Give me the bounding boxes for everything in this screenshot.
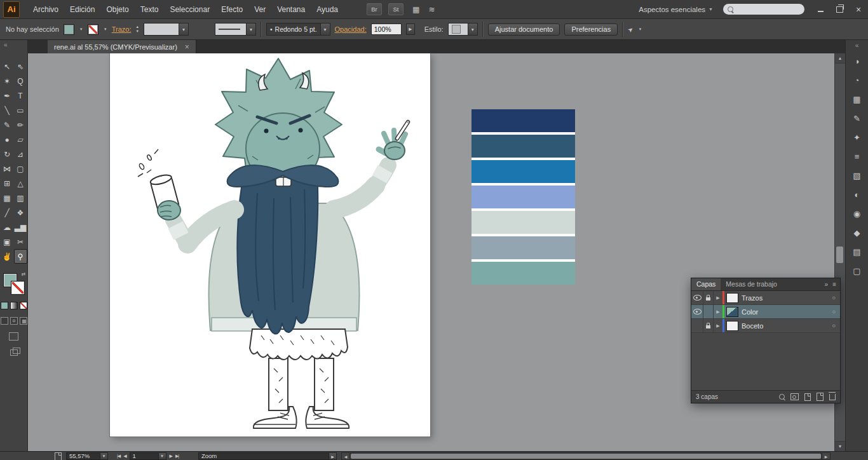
- visibility-toggle[interactable]: [691, 319, 703, 332]
- draw-normal-button[interactable]: [1, 317, 8, 325]
- document-status-icon[interactable]: [55, 452, 62, 460]
- pen-tool[interactable]: ✒: [1, 88, 14, 103]
- brush-definition-combo[interactable]: • Redondo 5 pt. ▼: [266, 23, 330, 36]
- stroke-width-caret-icon[interactable]: ▼: [179, 24, 188, 35]
- color-panel-icon[interactable]: ◑: [849, 53, 865, 69]
- style-combo[interactable]: ▼: [448, 23, 478, 36]
- stroke-width-combo[interactable]: ▼: [144, 23, 189, 36]
- preferences-button[interactable]: Preferencias: [564, 24, 618, 36]
- draw-behind-button[interactable]: [10, 317, 18, 325]
- new-layer-icon[interactable]: [817, 393, 824, 401]
- layer-row-trazos[interactable]: ▶Trazos○: [691, 291, 840, 305]
- fit-document-button[interactable]: Ajustar documento: [488, 24, 560, 36]
- tools-collapse-icon[interactable]: «: [0, 40, 8, 50]
- search-input[interactable]: [736, 5, 800, 13]
- workspace-switcher[interactable]: Aspectos esenciales ▼: [639, 6, 713, 13]
- zoom-level-value[interactable]: 55,57%: [66, 452, 100, 460]
- menu-archivo[interactable]: Archivo: [27, 1, 64, 18]
- width-profile-caret-icon[interactable]: ▼: [246, 24, 255, 35]
- menu-seleccionar[interactable]: Seleccionar: [164, 1, 215, 18]
- search-box[interactable]: [723, 4, 804, 15]
- free-transform-tool[interactable]: ▢: [14, 161, 27, 176]
- brush-caret-icon[interactable]: ▼: [320, 24, 330, 35]
- cs-live-icon[interactable]: ≋: [428, 5, 435, 14]
- lock-toggle[interactable]: [703, 305, 714, 318]
- blend-tool[interactable]: ❖: [14, 205, 27, 220]
- fill-mode-button[interactable]: [1, 302, 8, 309]
- artboards-panel-icon[interactable]: ▢: [849, 263, 865, 278]
- layer-target-icon[interactable]: ○: [827, 305, 840, 318]
- direct-selection-tool[interactable]: ⇖: [14, 59, 27, 74]
- width-profile-field[interactable]: [215, 24, 246, 35]
- layer-expand-icon[interactable]: ▶: [714, 305, 722, 318]
- canvas-area[interactable]: ▲ ▼ CapasMesas de trabajo » ≡ ▶Trazos○▶C…: [28, 53, 845, 451]
- opacity-input[interactable]: 100%: [371, 24, 402, 35]
- gradient-tool[interactable]: ▥: [14, 191, 27, 205]
- artboard-tool[interactable]: ▣: [1, 234, 14, 249]
- delete-layer-icon[interactable]: [829, 394, 836, 400]
- swap-fill-stroke-icon[interactable]: ⇄: [22, 271, 26, 277]
- layers-panel-icon[interactable]: ▤: [849, 244, 865, 259]
- blob-brush-tool[interactable]: ●: [1, 132, 14, 147]
- menu-ventana[interactable]: Ventana: [271, 1, 311, 18]
- paintbrush-tool[interactable]: ✎: [1, 118, 14, 132]
- brushes-panel-icon[interactable]: ✎: [849, 111, 865, 126]
- layer-expand-icon[interactable]: ▶: [714, 291, 722, 304]
- restore-button[interactable]: [830, 0, 849, 19]
- zoom-caret-icon[interactable]: ▼: [100, 452, 108, 460]
- pencil-tool[interactable]: ✏: [14, 118, 27, 132]
- pointer-icon[interactable]: ➤: [627, 25, 635, 34]
- opacity-popup-icon[interactable]: ▶: [406, 24, 415, 35]
- perspective-grid-tool[interactable]: △: [14, 176, 27, 191]
- opacity-label-link[interactable]: Opacidad:: [335, 25, 367, 33]
- style-field[interactable]: [449, 24, 468, 35]
- visibility-toggle[interactable]: [691, 305, 703, 318]
- magic-wand-tool[interactable]: ✶: [1, 74, 14, 88]
- close-button[interactable]: ×: [849, 0, 868, 19]
- new-sublayer-icon[interactable]: [804, 393, 811, 401]
- titlebar-button-br[interactable]: Br: [367, 3, 382, 15]
- dock-expand-icon[interactable]: «: [855, 40, 859, 51]
- zoom-level-combo[interactable]: 55,57% ▼: [66, 452, 108, 460]
- artboard-number-field[interactable]: 1: [130, 452, 159, 460]
- visibility-toggle[interactable]: [691, 291, 703, 304]
- symbols-panel-icon[interactable]: ✦: [849, 130, 865, 145]
- width-profile-combo[interactable]: ▼: [215, 23, 256, 36]
- tool-stroke-swatch[interactable]: [11, 281, 24, 294]
- next-artboard-icon[interactable]: ▶: [170, 454, 172, 459]
- locate-object-icon[interactable]: [779, 394, 785, 400]
- panel-tab-mesas-de-trabajo[interactable]: Mesas de trabajo: [721, 278, 782, 290]
- last-artboard-icon[interactable]: ▶|: [175, 454, 179, 459]
- artboard-caret-icon[interactable]: ▼: [159, 452, 166, 460]
- menu-efecto[interactable]: Efecto: [215, 1, 248, 18]
- panel-tab-capas[interactable]: Capas: [691, 278, 721, 290]
- status-popup-icon[interactable]: ▶: [329, 452, 337, 460]
- vertical-scroll-thumb[interactable]: [836, 247, 843, 263]
- none-mode-button[interactable]: [20, 302, 27, 309]
- lasso-tool[interactable]: Q: [14, 74, 27, 88]
- graphic-styles-panel-icon[interactable]: ◆: [849, 225, 865, 240]
- stroke-color-swatch[interactable]: [88, 24, 98, 35]
- gradient-panel-icon[interactable]: ▧: [849, 168, 865, 183]
- slice-tool[interactable]: ✂: [14, 234, 27, 249]
- zoom-tool[interactable]: ⚲: [14, 249, 27, 264]
- menu-edicion[interactable]: Edición: [64, 1, 100, 18]
- lock-toggle[interactable]: [703, 291, 714, 304]
- artboard[interactable]: [110, 53, 430, 436]
- layer-row-boceto[interactable]: ▶Boceto○: [691, 319, 840, 333]
- scroll-up-icon[interactable]: ▲: [835, 53, 845, 64]
- symbol-sprayer-tool[interactable]: ☁: [1, 220, 14, 234]
- minimize-button[interactable]: [811, 0, 830, 19]
- appearance-panel-icon[interactable]: ◉: [849, 206, 865, 221]
- hand-tool[interactable]: ✌: [1, 249, 14, 264]
- first-artboard-icon[interactable]: |◀: [117, 454, 120, 459]
- stroke-label-link[interactable]: Trazo:: [112, 25, 132, 33]
- lock-toggle[interactable]: [703, 319, 714, 332]
- stroke-panel-icon[interactable]: ≡: [849, 149, 865, 164]
- stepper-up-icon[interactable]: ▲: [135, 25, 139, 29]
- menu-ayuda[interactable]: Ayuda: [311, 1, 344, 18]
- brush-definition-field[interactable]: • Redondo 5 pt.: [267, 24, 320, 35]
- rectangle-tool[interactable]: ▭: [14, 103, 27, 118]
- menu-ver[interactable]: Ver: [248, 1, 271, 18]
- style-caret-icon[interactable]: ▼: [468, 24, 477, 35]
